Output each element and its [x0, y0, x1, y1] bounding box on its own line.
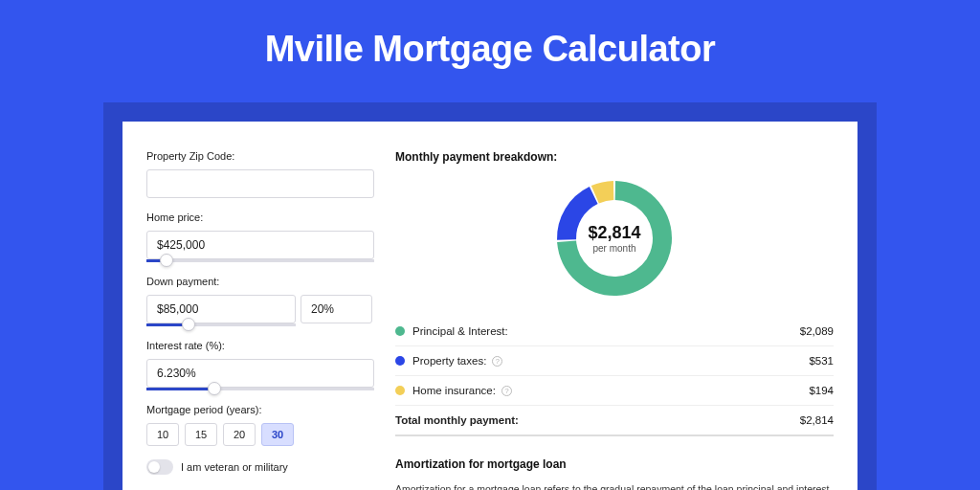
total-label: Total monthly payment: [395, 414, 519, 426]
period-button-20[interactable]: 20 [223, 423, 256, 446]
down-payment-group: Down payment: [146, 276, 376, 326]
legend-row: Property taxes:?$531 [395, 346, 834, 376]
legend-row: Home insurance:?$194 [395, 376, 834, 406]
down-payment-amount-input[interactable] [146, 295, 296, 323]
down-payment-slider[interactable] [146, 323, 296, 326]
interest-rate-input[interactable] [146, 359, 374, 388]
amortization-text: Amortization for a mortgage loan refers … [395, 482, 834, 490]
interest-rate-label: Interest rate (%): [146, 340, 376, 351]
legend-list: Principal & Interest:$2,089Property taxe… [395, 317, 834, 406]
total-row: Total monthly payment: $2,814 [395, 406, 834, 436]
legend-value: $2,089 [800, 325, 834, 337]
veteran-row: I am veteran or military [146, 459, 376, 475]
down-payment-percent-input[interactable] [301, 295, 372, 323]
home-price-input[interactable] [146, 231, 374, 259]
interest-rate-group: Interest rate (%): [146, 340, 376, 390]
home-price-group: Home price: [146, 212, 376, 262]
period-button-30[interactable]: 30 [261, 423, 294, 446]
calculator-card: Property Zip Code: Home price: Down paym… [122, 122, 858, 490]
zip-group: Property Zip Code: [146, 150, 376, 198]
slider-thumb[interactable] [208, 382, 221, 395]
zip-input[interactable] [146, 169, 374, 198]
home-price-label: Home price: [146, 212, 376, 223]
legend-dot [395, 386, 405, 395]
down-payment-label: Down payment: [146, 276, 376, 287]
period-button-10[interactable]: 10 [146, 423, 179, 446]
page-title: Mville Mortgage Calculator [0, 29, 980, 70]
mortgage-period-group: Mortgage period (years): 10152030 [146, 404, 376, 446]
legend-label: Principal & Interest: [412, 325, 508, 337]
donut-center: $2,814 per month [553, 177, 676, 300]
total-value: $2,814 [800, 414, 834, 426]
breakdown-column: Monthly payment breakdown: $2,814 per mo… [376, 122, 858, 490]
legend-row: Principal & Interest:$2,089 [395, 317, 834, 346]
veteran-toggle[interactable] [146, 459, 173, 475]
donut-total-amount: $2,814 [588, 223, 640, 243]
veteran-label: I am veteran or military [181, 461, 288, 473]
amortization-title: Amortization for mortgage loan [395, 457, 834, 471]
zip-label: Property Zip Code: [146, 150, 376, 162]
legend-label: Home insurance: [412, 385, 496, 396]
mortgage-period-label: Mortgage period (years): [146, 404, 376, 415]
donut-total-sub: per month [592, 243, 635, 254]
legend-dot [395, 326, 405, 336]
donut-chart: $2,814 per month [395, 177, 834, 300]
period-button-15[interactable]: 15 [185, 423, 217, 446]
breakdown-title: Monthly payment breakdown: [395, 150, 834, 164]
legend-dot [395, 356, 405, 366]
legend-value: $531 [809, 355, 834, 367]
slider-thumb[interactable] [182, 318, 195, 331]
slider-thumb[interactable] [160, 254, 173, 267]
info-icon[interactable]: ? [492, 356, 502, 367]
home-price-slider[interactable] [146, 259, 374, 262]
legend-value: $194 [809, 385, 834, 396]
legend-label: Property taxes: [412, 355, 486, 367]
interest-rate-slider[interactable] [146, 388, 374, 390]
info-icon[interactable]: ? [501, 386, 512, 396]
form-column: Property Zip Code: Home price: Down paym… [122, 122, 376, 490]
